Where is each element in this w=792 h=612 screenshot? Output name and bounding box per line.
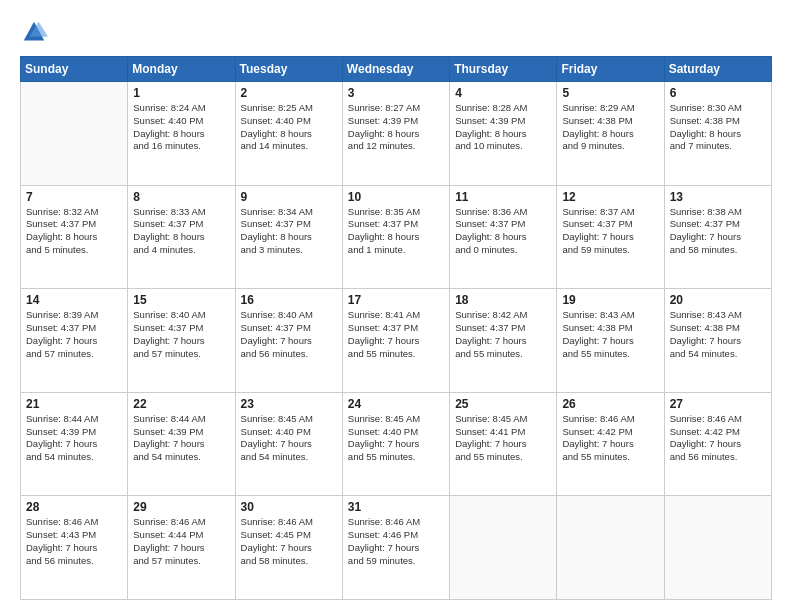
day-number: 14 [26,293,122,307]
cell-info: Sunrise: 8:38 AM Sunset: 4:37 PM Dayligh… [670,206,766,257]
day-number: 8 [133,190,229,204]
calendar-cell: 16Sunrise: 8:40 AM Sunset: 4:37 PM Dayli… [235,289,342,393]
cell-info: Sunrise: 8:43 AM Sunset: 4:38 PM Dayligh… [670,309,766,360]
calendar-cell [664,496,771,600]
day-number: 19 [562,293,658,307]
cell-info: Sunrise: 8:28 AM Sunset: 4:39 PM Dayligh… [455,102,551,153]
page: SundayMondayTuesdayWednesdayThursdayFrid… [0,0,792,612]
day-number: 13 [670,190,766,204]
cell-info: Sunrise: 8:32 AM Sunset: 4:37 PM Dayligh… [26,206,122,257]
day-number: 3 [348,86,444,100]
day-number: 24 [348,397,444,411]
cell-info: Sunrise: 8:35 AM Sunset: 4:37 PM Dayligh… [348,206,444,257]
calendar-cell: 31Sunrise: 8:46 AM Sunset: 4:46 PM Dayli… [342,496,449,600]
day-number: 18 [455,293,551,307]
day-number: 10 [348,190,444,204]
calendar-day-header: Thursday [450,57,557,82]
calendar-day-header: Tuesday [235,57,342,82]
day-number: 31 [348,500,444,514]
cell-info: Sunrise: 8:42 AM Sunset: 4:37 PM Dayligh… [455,309,551,360]
calendar-cell: 15Sunrise: 8:40 AM Sunset: 4:37 PM Dayli… [128,289,235,393]
calendar-cell: 14Sunrise: 8:39 AM Sunset: 4:37 PM Dayli… [21,289,128,393]
calendar-cell: 19Sunrise: 8:43 AM Sunset: 4:38 PM Dayli… [557,289,664,393]
calendar-cell: 26Sunrise: 8:46 AM Sunset: 4:42 PM Dayli… [557,392,664,496]
cell-info: Sunrise: 8:37 AM Sunset: 4:37 PM Dayligh… [562,206,658,257]
header [20,18,772,46]
calendar-table: SundayMondayTuesdayWednesdayThursdayFrid… [20,56,772,600]
cell-info: Sunrise: 8:36 AM Sunset: 4:37 PM Dayligh… [455,206,551,257]
day-number: 16 [241,293,337,307]
day-number: 11 [455,190,551,204]
day-number: 21 [26,397,122,411]
cell-info: Sunrise: 8:29 AM Sunset: 4:38 PM Dayligh… [562,102,658,153]
calendar-cell: 30Sunrise: 8:46 AM Sunset: 4:45 PM Dayli… [235,496,342,600]
cell-info: Sunrise: 8:45 AM Sunset: 4:40 PM Dayligh… [241,413,337,464]
day-number: 6 [670,86,766,100]
cell-info: Sunrise: 8:39 AM Sunset: 4:37 PM Dayligh… [26,309,122,360]
day-number: 12 [562,190,658,204]
cell-info: Sunrise: 8:41 AM Sunset: 4:37 PM Dayligh… [348,309,444,360]
calendar-cell: 2Sunrise: 8:25 AM Sunset: 4:40 PM Daylig… [235,82,342,186]
calendar-cell: 3Sunrise: 8:27 AM Sunset: 4:39 PM Daylig… [342,82,449,186]
cell-info: Sunrise: 8:25 AM Sunset: 4:40 PM Dayligh… [241,102,337,153]
day-number: 30 [241,500,337,514]
calendar-header-row: SundayMondayTuesdayWednesdayThursdayFrid… [21,57,772,82]
calendar-cell: 12Sunrise: 8:37 AM Sunset: 4:37 PM Dayli… [557,185,664,289]
day-number: 28 [26,500,122,514]
day-number: 9 [241,190,337,204]
calendar-cell: 23Sunrise: 8:45 AM Sunset: 4:40 PM Dayli… [235,392,342,496]
calendar-cell [557,496,664,600]
day-number: 22 [133,397,229,411]
calendar-cell: 8Sunrise: 8:33 AM Sunset: 4:37 PM Daylig… [128,185,235,289]
calendar-day-header: Saturday [664,57,771,82]
day-number: 23 [241,397,337,411]
day-number: 26 [562,397,658,411]
calendar-cell: 4Sunrise: 8:28 AM Sunset: 4:39 PM Daylig… [450,82,557,186]
cell-info: Sunrise: 8:46 AM Sunset: 4:42 PM Dayligh… [562,413,658,464]
cell-info: Sunrise: 8:46 AM Sunset: 4:43 PM Dayligh… [26,516,122,567]
day-number: 4 [455,86,551,100]
calendar-cell: 24Sunrise: 8:45 AM Sunset: 4:40 PM Dayli… [342,392,449,496]
cell-info: Sunrise: 8:40 AM Sunset: 4:37 PM Dayligh… [133,309,229,360]
calendar-day-header: Monday [128,57,235,82]
cell-info: Sunrise: 8:46 AM Sunset: 4:46 PM Dayligh… [348,516,444,567]
calendar-day-header: Wednesday [342,57,449,82]
cell-info: Sunrise: 8:34 AM Sunset: 4:37 PM Dayligh… [241,206,337,257]
day-number: 17 [348,293,444,307]
cell-info: Sunrise: 8:44 AM Sunset: 4:39 PM Dayligh… [133,413,229,464]
calendar-cell [21,82,128,186]
cell-info: Sunrise: 8:40 AM Sunset: 4:37 PM Dayligh… [241,309,337,360]
day-number: 15 [133,293,229,307]
calendar-week-row: 28Sunrise: 8:46 AM Sunset: 4:43 PM Dayli… [21,496,772,600]
logo-icon [20,18,48,46]
calendar-cell: 5Sunrise: 8:29 AM Sunset: 4:38 PM Daylig… [557,82,664,186]
cell-info: Sunrise: 8:30 AM Sunset: 4:38 PM Dayligh… [670,102,766,153]
calendar-cell [450,496,557,600]
cell-info: Sunrise: 8:33 AM Sunset: 4:37 PM Dayligh… [133,206,229,257]
calendar-day-header: Sunday [21,57,128,82]
logo [20,18,52,46]
day-number: 25 [455,397,551,411]
calendar-day-header: Friday [557,57,664,82]
calendar-cell: 20Sunrise: 8:43 AM Sunset: 4:38 PM Dayli… [664,289,771,393]
calendar-cell: 21Sunrise: 8:44 AM Sunset: 4:39 PM Dayli… [21,392,128,496]
calendar-week-row: 7Sunrise: 8:32 AM Sunset: 4:37 PM Daylig… [21,185,772,289]
calendar-cell: 7Sunrise: 8:32 AM Sunset: 4:37 PM Daylig… [21,185,128,289]
calendar-cell: 10Sunrise: 8:35 AM Sunset: 4:37 PM Dayli… [342,185,449,289]
cell-info: Sunrise: 8:45 AM Sunset: 4:41 PM Dayligh… [455,413,551,464]
cell-info: Sunrise: 8:24 AM Sunset: 4:40 PM Dayligh… [133,102,229,153]
calendar-cell: 25Sunrise: 8:45 AM Sunset: 4:41 PM Dayli… [450,392,557,496]
cell-info: Sunrise: 8:46 AM Sunset: 4:45 PM Dayligh… [241,516,337,567]
calendar-cell: 9Sunrise: 8:34 AM Sunset: 4:37 PM Daylig… [235,185,342,289]
cell-info: Sunrise: 8:46 AM Sunset: 4:42 PM Dayligh… [670,413,766,464]
calendar-cell: 6Sunrise: 8:30 AM Sunset: 4:38 PM Daylig… [664,82,771,186]
cell-info: Sunrise: 8:43 AM Sunset: 4:38 PM Dayligh… [562,309,658,360]
calendar-cell: 28Sunrise: 8:46 AM Sunset: 4:43 PM Dayli… [21,496,128,600]
day-number: 20 [670,293,766,307]
calendar-cell: 11Sunrise: 8:36 AM Sunset: 4:37 PM Dayli… [450,185,557,289]
calendar-week-row: 14Sunrise: 8:39 AM Sunset: 4:37 PM Dayli… [21,289,772,393]
day-number: 1 [133,86,229,100]
day-number: 5 [562,86,658,100]
calendar-cell: 1Sunrise: 8:24 AM Sunset: 4:40 PM Daylig… [128,82,235,186]
calendar-cell: 13Sunrise: 8:38 AM Sunset: 4:37 PM Dayli… [664,185,771,289]
